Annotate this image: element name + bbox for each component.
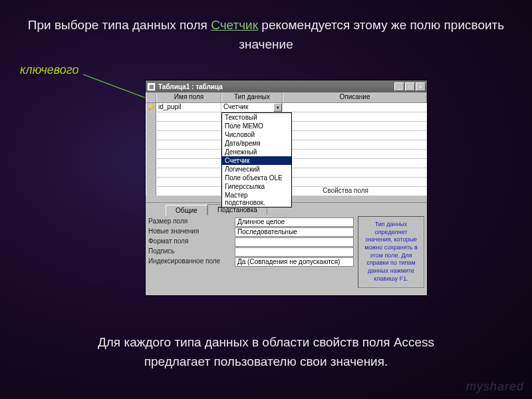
dropdown-item[interactable]: Логический <box>222 165 291 174</box>
dropdown-item[interactable]: Поле объекта OLE <box>222 174 291 182</box>
prop-value[interactable]: Да (Совпадения не допускаются) <box>235 257 354 267</box>
tab-general[interactable]: Общие <box>166 205 207 215</box>
dropdown-button[interactable]: ▾ <box>273 103 282 112</box>
dropdown-item[interactable]: Мастер подстановок. <box>222 191 291 207</box>
field-type-cell[interactable]: Счетчик ▾ <box>221 103 283 112</box>
prop-value[interactable] <box>235 237 354 247</box>
minimize-button[interactable]: _ <box>394 82 404 91</box>
dropdown-item[interactable]: Гиперссылка <box>222 182 291 191</box>
props-grid: Размер поляДлинное целое Новые значенияП… <box>146 215 356 291</box>
column-headers: Имя поля Тип данных Описание <box>146 92 427 103</box>
prop-label: Размер поля <box>148 217 235 227</box>
prop-label: Формат поля <box>148 237 235 247</box>
access-window: ▦ Таблица1 : таблица _ □ × Имя поля Тип … <box>145 80 428 296</box>
dropdown-item[interactable]: Поле МЕМО <box>222 122 291 130</box>
window-title: Таблица1 : таблица <box>158 83 394 90</box>
watermark: myshared <box>466 380 524 394</box>
field-desc-cell[interactable] <box>283 103 427 112</box>
key-label: ключевого <box>20 63 78 77</box>
help-panel: Тип данных определяет значения, которые … <box>358 216 424 288</box>
table-icon: ▦ <box>147 82 156 91</box>
field-name-cell[interactable]: id_pupil <box>156 103 221 112</box>
titlebar[interactable]: ▦ Таблица1 : таблица _ □ × <box>146 80 427 92</box>
row-selector-header <box>146 92 156 102</box>
dropdown-item[interactable]: Денежный <box>222 148 291 156</box>
field-properties: Общие Подстановка Размер поляДлинное цел… <box>146 202 427 295</box>
col-header-desc[interactable]: Описание <box>283 92 427 102</box>
prop-label: Подпись <box>148 247 235 257</box>
dropdown-item-selected[interactable]: Счетчик <box>222 156 291 165</box>
primary-key-icon[interactable]: 🔑 <box>146 103 156 112</box>
prop-label: Новые значения <box>148 227 235 237</box>
table-row[interactable]: 🔑 id_pupil Счетчик ▾ <box>146 103 427 112</box>
dropdown-item[interactable]: Дата/время <box>222 139 291 148</box>
close-button[interactable]: × <box>416 82 426 91</box>
maximize-button[interactable]: □ <box>405 82 415 91</box>
dropdown-item[interactable]: Текстовый <box>222 113 291 122</box>
prop-value[interactable]: Последовательные <box>235 227 354 237</box>
col-header-type[interactable]: Тип данных <box>221 92 283 102</box>
dropdown-item[interactable]: Числовой <box>222 130 291 139</box>
prop-value[interactable] <box>235 247 354 257</box>
col-header-name[interactable]: Имя поля <box>156 92 221 102</box>
prop-value[interactable]: Длинное целое <box>235 217 354 227</box>
type-dropdown[interactable]: Текстовый Поле МЕМО Числовой Дата/время … <box>221 112 292 207</box>
highlight-counter: Счетчик <box>211 18 258 32</box>
slide-top-text: При выборе типа данных поля Счетчик реко… <box>20 16 512 54</box>
slide-bottom-text: Для каждого типа данных в области свойст… <box>20 333 512 371</box>
props-section-label: Свойства поля <box>323 187 368 194</box>
prop-label: Индексированное поле <box>148 257 235 267</box>
